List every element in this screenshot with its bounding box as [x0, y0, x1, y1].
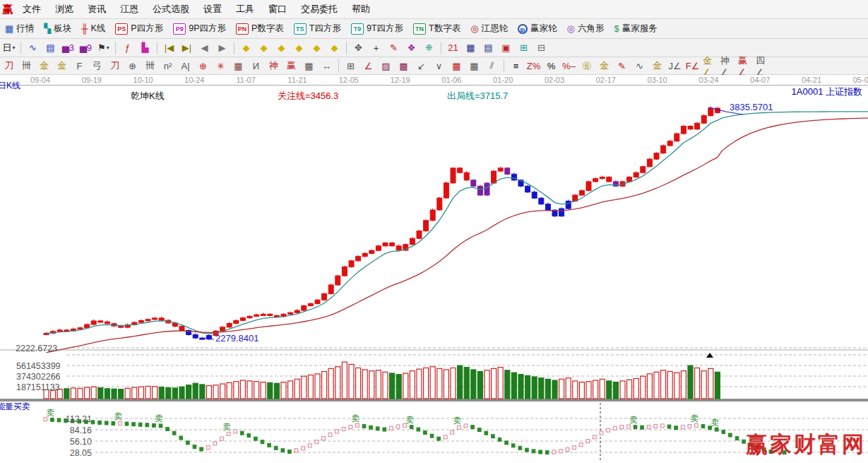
- draw-knife-line-icon[interactable]: 刀: [1, 58, 17, 74]
- tool-send-net-icon[interactable]: ⊞: [516, 40, 532, 56]
- kline-chart-canvas[interactable]: 卖卖卖卖卖卖卖卖卖卖: [0, 85, 868, 463]
- draw-grid-123-icon[interactable]: ▦: [301, 58, 317, 74]
- menu-item-0[interactable]: 文件: [16, 3, 48, 16]
- module-sectors[interactable]: ▚板块: [39, 23, 76, 35]
- tool-pattern-tool-icon[interactable]: ❈: [421, 40, 437, 56]
- draw-wave-fit-icon[interactable]: ∿: [631, 58, 648, 74]
- draw-gold-angle-icon[interactable]: 金∠: [702, 58, 718, 74]
- draw-f-angle-icon[interactable]: F∠: [684, 58, 701, 74]
- draw-gold-level-icon[interactable]: 金: [596, 58, 612, 74]
- draw-gold-grid-2-icon[interactable]: 金: [54, 58, 70, 74]
- module-p-number-table[interactable]: PNP数字表: [231, 23, 289, 35]
- menu-item-9[interactable]: 帮助: [345, 3, 377, 16]
- tool-magic-tool-icon[interactable]: ❖: [403, 40, 420, 56]
- module-hexagon[interactable]: ◎六角形: [562, 23, 610, 35]
- volume-series[interactable]: [44, 362, 720, 399]
- module-quotes[interactable]: ▦行情: [0, 23, 39, 35]
- draw-angle-rays-icon[interactable]: ∠: [360, 58, 376, 74]
- tool-diamond-expand-icon[interactable]: ◆: [273, 40, 290, 56]
- draw-parallel-lines-icon[interactable]: ⫽: [484, 58, 500, 74]
- draw-f-line-icon[interactable]: F: [71, 58, 88, 74]
- tool-diamond-right-icon[interactable]: ◆: [256, 40, 272, 56]
- candlestick-series[interactable]: [44, 106, 720, 340]
- tool-diamond-left-icon[interactable]: ◆: [238, 40, 254, 56]
- draw-four-angle-icon[interactable]: 四∠: [755, 58, 771, 74]
- draw-percent-line-icon[interactable]: %–: [561, 58, 577, 74]
- module-winner-wheel[interactable]: Bi赢家轮: [513, 23, 562, 35]
- tool-save-disk-icon[interactable]: ▣: [498, 40, 514, 56]
- tool-diamond-all-icon[interactable]: ◆: [309, 40, 325, 56]
- draw-gann-grid-icon[interactable]: 卌: [18, 58, 35, 74]
- draw-shen-angle-icon[interactable]: 神∠: [720, 58, 736, 74]
- tool-first-page-icon[interactable]: |◀: [161, 40, 177, 56]
- tool-notepad-icon[interactable]: ▤: [480, 40, 497, 56]
- draw-gold-circle-icon[interactable]: ㊎: [578, 58, 595, 74]
- tool-calculator-icon[interactable]: ▦: [463, 40, 479, 56]
- tool-info-note-icon[interactable]: ▤: [42, 40, 59, 56]
- draw-fan-box-icon[interactable]: ▨: [378, 58, 394, 74]
- tool-next-page-icon[interactable]: ▶: [214, 40, 230, 56]
- draw-trend-rays-icon[interactable]: ↙: [413, 58, 429, 74]
- draw-percent-slope-icon[interactable]: Z%: [525, 58, 542, 74]
- draw-square-grid-icon[interactable]: ▦: [230, 58, 246, 74]
- draw-wave-mark-icon[interactable]: И: [248, 58, 264, 74]
- tool-period-day-icon[interactable]: 日▾: [1, 40, 17, 56]
- draw-box-tool-icon[interactable]: ⊞: [343, 58, 359, 74]
- draw-matrix-red-icon[interactable]: ▦: [448, 58, 465, 74]
- draw-matrix-axis-icon[interactable]: ▦: [466, 58, 482, 74]
- tool-last-page-icon[interactable]: ▶|: [179, 40, 195, 56]
- tool-curve-mode-icon[interactable]: ∿: [25, 40, 41, 56]
- tool-flag-mark-icon[interactable]: ⚑▾: [95, 40, 112, 56]
- draw-target-circle-icon[interactable]: ⊕: [195, 58, 211, 74]
- menu-item-5[interactable]: 设置: [196, 3, 229, 16]
- menu-item-3[interactable]: 江恩: [113, 3, 145, 16]
- tool-printer-icon[interactable]: ⊟: [533, 40, 549, 56]
- menu-item-1[interactable]: 浏览: [48, 3, 81, 16]
- draw-percent-icon[interactable]: %: [543, 58, 559, 74]
- draw-range-arrow-icon[interactable]: ↔: [319, 58, 335, 74]
- tool-formula-tool-icon[interactable]: ƒ: [119, 40, 136, 56]
- tool-color-histogram-icon[interactable]: ▙: [137, 40, 153, 56]
- module-kline[interactable]: ╫K线: [76, 23, 110, 35]
- draw-v-check-icon[interactable]: ∨: [431, 58, 447, 74]
- tool-measure-pen-icon[interactable]: ✎: [386, 40, 402, 56]
- tool-ma-3-icon[interactable]: ▅3: [60, 40, 76, 56]
- module-t-square[interactable]: TST四方形: [289, 23, 346, 35]
- module-9p-square[interactable]: P99P四方形: [168, 23, 231, 35]
- draw-fan-dark-icon[interactable]: ▩: [396, 58, 412, 74]
- module-gann-wheel[interactable]: ◎江恩轮: [465, 23, 513, 35]
- module-9t-square[interactable]: T99T四方形: [346, 23, 408, 35]
- tool-prev-page-icon[interactable]: ◀: [196, 40, 213, 56]
- draw-mirror-line-icon[interactable]: A|: [177, 58, 194, 74]
- tool-pan-hand-icon[interactable]: ✥: [350, 40, 367, 56]
- draw-spiral-icon[interactable]: 弓: [89, 58, 105, 74]
- draw-shen-tool-icon[interactable]: 神: [266, 58, 282, 74]
- draw-win-angle-icon[interactable]: 赢∠: [737, 58, 754, 74]
- tool-ma-9-icon[interactable]: ▅9: [78, 40, 94, 56]
- draw-gold-grid-1-icon[interactable]: 金: [36, 58, 52, 74]
- draw-time-circle-icon[interactable]: ⊕: [124, 58, 141, 74]
- module-winner-service[interactable]: $赢家服务: [609, 23, 662, 35]
- draw-star-burst-icon[interactable]: ✳: [213, 58, 229, 74]
- menu-item-6[interactable]: 工具: [229, 3, 261, 16]
- tool-diamond-compress-icon[interactable]: ◆: [291, 40, 307, 56]
- tool-crosshair-icon[interactable]: ＋: [368, 40, 384, 56]
- tool-calendar-21-icon[interactable]: 21: [445, 40, 461, 56]
- draw-win-tool-icon[interactable]: 赢: [283, 58, 299, 74]
- menu-item-7[interactable]: 窗口: [261, 3, 294, 16]
- module-t-number-table[interactable]: TNT数字表: [408, 23, 465, 35]
- menu-item-4[interactable]: 公式选股: [145, 3, 196, 16]
- tool-diamond-full-icon[interactable]: ◆: [326, 40, 343, 56]
- draw-gold-eq-icon[interactable]: 金: [649, 58, 665, 74]
- draw-brush-pen-icon[interactable]: ✎: [614, 58, 630, 74]
- chart-area[interactable]: 09-0409-1910-1010-2411-0711-2112-0512-19…: [0, 75, 868, 463]
- draw-grid-lines-icon[interactable]: 卌: [142, 58, 158, 74]
- energy-series[interactable]: 卖卖卖卖卖卖卖卖卖卖: [44, 408, 786, 456]
- module-p-square[interactable]: PSP四方形: [110, 23, 168, 35]
- draw-n-square-icon[interactable]: n²: [160, 58, 176, 74]
- menu-item-8[interactable]: 交易委托: [294, 3, 345, 16]
- draw-scale-rule-icon[interactable]: ≡: [508, 58, 524, 74]
- draw-j-angle-icon[interactable]: J∠: [667, 58, 683, 74]
- menu-item-2[interactable]: 资讯: [81, 3, 113, 16]
- draw-knife-2-icon[interactable]: 刀: [107, 58, 123, 74]
